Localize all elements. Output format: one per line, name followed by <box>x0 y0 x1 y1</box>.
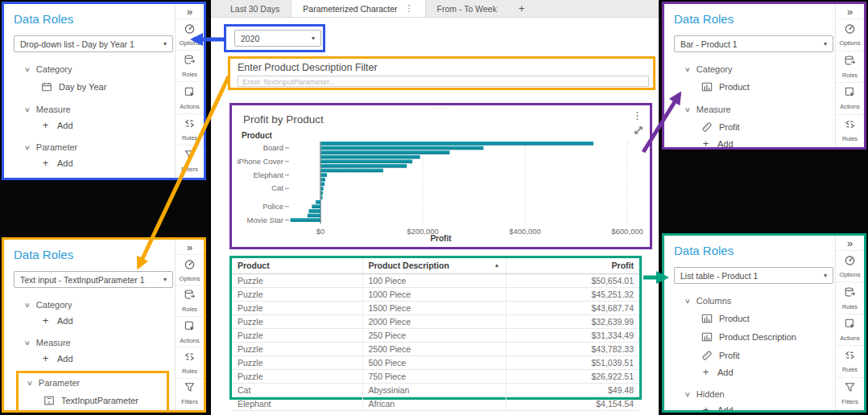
toolbar-tab-rules[interactable]: Rules <box>176 347 204 377</box>
collapse-panel-button[interactable]: » <box>187 6 192 18</box>
page-tab-last-30-days[interactable]: Last 30 Days <box>219 0 291 17</box>
new-page-button[interactable]: + <box>508 0 535 17</box>
toolbar-tab-options[interactable]: Options <box>176 254 204 285</box>
toolbar-tab-actions[interactable]: Actions <box>836 82 864 114</box>
collapse-panel-button[interactable]: » <box>847 6 853 18</box>
add-role-button[interactable]: +Add <box>40 158 175 168</box>
column-header-product[interactable]: Product <box>232 258 362 274</box>
section-header-measure[interactable]: ∨Measure <box>25 105 175 114</box>
role-item-profit[interactable]: Profit <box>701 121 835 133</box>
table-row[interactable]: ElephantAfrican$4,154.54 <box>232 397 639 411</box>
column-header-product-description[interactable]: Product Description ▲ <box>362 258 506 274</box>
section-header-category[interactable]: ∨Category <box>685 64 835 74</box>
page-tab-from---to-week[interactable]: From - To Week <box>426 0 508 17</box>
table-row[interactable]: Puzzle100 Piece$50,654.01 <box>232 274 639 288</box>
table-row[interactable]: Puzzle2000 Piece$32,639.99 <box>232 315 639 329</box>
toolbar-tab-filters[interactable]: Filters <box>176 145 204 176</box>
toolbar-tab-label: Actions <box>840 335 860 342</box>
bar-segment[interactable] <box>308 214 320 218</box>
expand-icon[interactable] <box>634 124 643 138</box>
section-header-category[interactable]: ∨Category <box>25 300 175 310</box>
bar-segment[interactable] <box>321 178 326 182</box>
toolbar-tab-options[interactable]: Options <box>176 18 204 50</box>
page-tab-parameterized-character[interactable]: Parameterized Character⋮ <box>291 0 425 17</box>
table-cell: $31,334.49 <box>506 329 639 343</box>
bar-segment[interactable] <box>321 159 413 163</box>
object-selector-dropdown[interactable]: List table - Product 1▾ <box>674 267 833 284</box>
role-item-product[interactable]: Product <box>701 312 835 324</box>
toolbar-tab-filters[interactable]: Filters <box>836 377 864 409</box>
toolbar-tab-roles[interactable]: Roles <box>836 51 864 83</box>
add-role-button[interactable]: +Add <box>701 405 835 413</box>
table-row[interactable]: Puzzle1000 Piece$45,251.32 <box>232 288 639 302</box>
bar-segment[interactable] <box>291 218 320 222</box>
section-header-category[interactable]: ∨Category <box>25 64 175 74</box>
chevron-expanded-icon: ∨ <box>27 380 33 387</box>
add-role-button[interactable]: +Add <box>40 316 175 326</box>
role-item-product-description[interactable]: Product Description <box>701 331 835 343</box>
collapse-panel-button[interactable]: » <box>187 242 192 253</box>
bar-segment[interactable] <box>312 204 320 208</box>
toolbar-tab-actions[interactable]: Actions <box>176 316 204 347</box>
object-selector-dropdown[interactable]: Drop-down list - Day by Year 1▾ <box>14 35 173 52</box>
year-dropdown[interactable]: 2020 ▾ <box>234 30 321 47</box>
kebab-menu-icon[interactable]: ⋮ <box>632 109 643 121</box>
table-cell: Cat <box>232 384 362 397</box>
toolbar-tab-options[interactable]: Options <box>836 18 864 51</box>
toolbar-tab-roles[interactable]: Roles <box>836 281 864 313</box>
section-header-measure[interactable]: ∨Measure <box>25 338 175 347</box>
table-row[interactable]: CatAbyssinian$49.48 <box>232 384 639 397</box>
bar-segment[interactable] <box>308 209 320 213</box>
section-header-columns[interactable]: ∨Columns <box>685 296 835 306</box>
bar-segment[interactable] <box>316 200 320 204</box>
section-header-measure[interactable]: ∨Measure <box>685 105 835 114</box>
bar-segment[interactable] <box>321 182 325 186</box>
collapse-panel-button[interactable]: » <box>847 238 853 249</box>
toolbar-tab-filters[interactable]: Filters <box>176 378 204 409</box>
toolbar-tab-roles[interactable]: Roles <box>176 285 204 315</box>
add-role-button[interactable]: +Add <box>40 121 175 130</box>
bar-segment[interactable] <box>321 169 383 173</box>
add-role-button[interactable]: +Add <box>701 139 835 149</box>
role-item-label: Profit <box>719 351 740 360</box>
table-row[interactable]: Puzzle500 Piece$51,039.51 <box>232 356 639 370</box>
bar-segment[interactable] <box>321 146 484 150</box>
bar-segment[interactable] <box>321 155 420 159</box>
role-item-profit[interactable]: Profit <box>701 349 835 361</box>
table-row[interactable]: Puzzle750 Piece$26,922.51 <box>232 370 639 384</box>
add-role-button[interactable]: +Add <box>701 368 835 377</box>
role-item-textinputparameter[interactable]: xTextInputParameter <box>43 394 162 406</box>
bar-segment[interactable] <box>321 187 324 191</box>
y-tick-label: Police <box>262 202 283 211</box>
table-row[interactable]: Puzzle1500 Piece$43,687.74 <box>232 302 639 315</box>
bar-segment[interactable] <box>321 191 324 195</box>
tab-menu-icon[interactable]: ⋮ <box>405 3 414 14</box>
toolbar-tab-rules[interactable]: Rules <box>836 345 864 376</box>
bar-segment[interactable] <box>321 150 450 154</box>
table-cell: 100 Piece <box>362 274 506 288</box>
bar-segment[interactable] <box>321 173 328 177</box>
table-row[interactable]: Puzzle250 Piece$31,334.49 <box>232 329 639 343</box>
toolbar-tab-actions[interactable]: Actions <box>176 81 204 113</box>
text-parameter-input[interactable] <box>238 76 649 87</box>
column-header-profit[interactable]: Profit <box>506 258 639 274</box>
toolbar-tab-rules[interactable]: Rules <box>176 113 204 145</box>
section-header-hidden[interactable]: ∨Hidden <box>685 389 835 399</box>
toolbar-tab-options[interactable]: Options <box>836 250 864 281</box>
object-selector-dropdown[interactable]: Bar - Product 1▾ <box>674 35 833 52</box>
section-header-parameter[interactable]: ∨Parameter <box>27 378 162 388</box>
bar-segment[interactable] <box>321 164 407 168</box>
table-row[interactable]: Puzzle2500 Piece$43,782.33 <box>232 343 639 356</box>
section-header-parameter[interactable]: ∨Parameter <box>25 142 175 152</box>
bar-segment[interactable] <box>321 195 323 199</box>
add-role-button[interactable]: +Add <box>40 354 175 364</box>
role-item-product[interactable]: Product <box>701 80 835 92</box>
bar-segment[interactable] <box>321 142 593 146</box>
toolbar-tab-roles[interactable]: Roles <box>176 50 204 81</box>
role-item-label: Product <box>719 82 750 92</box>
role-item-day-by-year[interactable]: Day by Year <box>40 80 175 92</box>
drag-handle-icon[interactable]: ······ <box>232 105 650 111</box>
toolbar-tab-actions[interactable]: Actions <box>836 314 864 345</box>
object-selector-dropdown[interactable]: Text input - TextInputParameter 1▾ <box>14 271 173 288</box>
toolbar-tab-rules[interactable]: Rules <box>836 114 864 146</box>
